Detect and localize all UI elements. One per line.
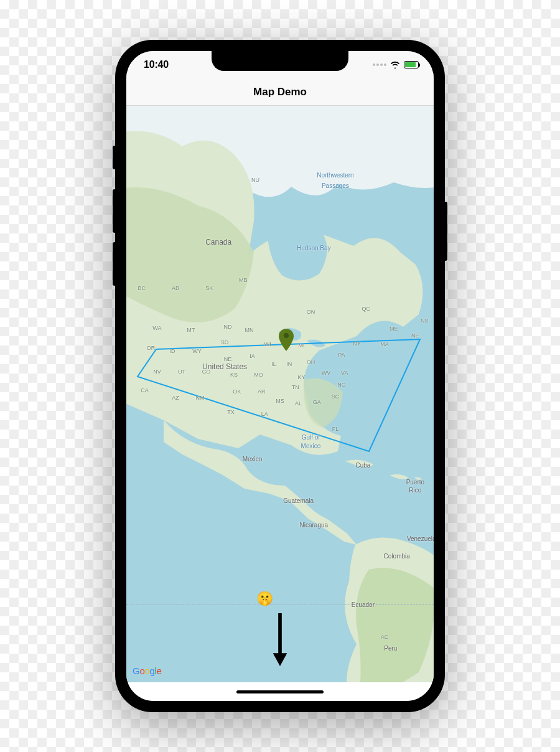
- map-canvas: [126, 106, 434, 682]
- power-button: [444, 202, 447, 261]
- home-indicator[interactable]: [236, 690, 324, 693]
- volume-down-button: [113, 242, 116, 286]
- phone-screen: 10:40 Map Demo: [126, 51, 434, 701]
- battery-icon: [404, 61, 419, 68]
- notch: [212, 51, 348, 71]
- map-view[interactable]: CanadaUnited StatesMexicoCubaGuatemalaNi…: [126, 106, 434, 682]
- app-title: Map Demo: [253, 86, 307, 98]
- equator-line: [126, 604, 434, 605]
- volume-up-button: [113, 189, 116, 233]
- status-time: 10:40: [144, 59, 169, 70]
- emoji-marker[interactable]: 🤫: [256, 591, 273, 607]
- nav-bar: Map Demo: [126, 78, 434, 106]
- phone-device-frame: 10:40 Map Demo: [115, 40, 445, 712]
- home-bar-area: [126, 682, 434, 701]
- cell-signal-icon: [373, 63, 386, 66]
- wifi-icon: [390, 61, 400, 68]
- silent-switch: [113, 146, 116, 169]
- map-attribution: Google: [133, 665, 162, 676]
- status-icons: [373, 61, 419, 68]
